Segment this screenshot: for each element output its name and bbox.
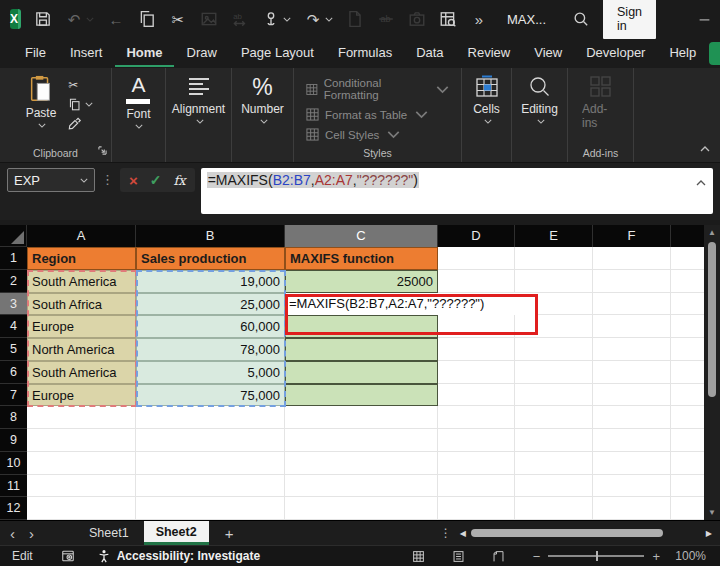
cell-G3[interactable] <box>671 293 704 316</box>
confirm-entry-button[interactable]: ✓ <box>150 173 162 187</box>
more-commands-chevron[interactable]: » <box>470 10 488 28</box>
cell-G6[interactable] <box>671 361 704 384</box>
zoom-level[interactable]: 100% <box>660 549 706 563</box>
sheet-nav-right[interactable]: › <box>29 525 34 542</box>
zoom-out-button[interactable]: − <box>533 549 541 564</box>
cell-E8[interactable] <box>515 406 593 429</box>
cell-C4[interactable] <box>285 315 438 338</box>
cell-D4[interactable] <box>438 315 515 338</box>
sheet-tab-sheet1[interactable]: Sheet1 <box>74 521 144 545</box>
cell-G11[interactable] <box>671 475 704 498</box>
cell-B5[interactable]: 78,000 <box>136 338 285 361</box>
copy-button[interactable] <box>68 98 93 111</box>
row-header-12[interactable]: 12 <box>0 497 27 520</box>
tab-developer[interactable]: Developer <box>575 40 656 67</box>
share-button[interactable]: Share <box>709 42 720 65</box>
alignment-button[interactable]: Alignment <box>164 75 233 124</box>
cell-E1[interactable] <box>515 247 593 270</box>
cell-B10[interactable] <box>136 452 285 475</box>
cell-F2[interactable] <box>593 270 671 293</box>
cell-F4[interactable] <box>593 315 671 338</box>
cell-E12[interactable] <box>515 497 593 520</box>
row-header-9[interactable]: 9 <box>0 429 27 452</box>
sign-in-button[interactable]: Sign in <box>603 0 656 39</box>
cell-B4[interactable]: 60,000 <box>136 315 285 338</box>
cell-D10[interactable] <box>438 452 515 475</box>
normal-view-button[interactable] <box>399 550 439 563</box>
cell-B7[interactable]: 75,000 <box>136 384 285 407</box>
row-header-7[interactable]: 7 <box>0 384 27 407</box>
scroll-up-arrow[interactable]: ▲ <box>704 228 720 237</box>
scroll-down-arrow[interactable]: ▼ <box>704 508 720 517</box>
cell-F7[interactable] <box>593 384 671 407</box>
sheet-nav-left[interactable]: ‹ <box>10 525 15 542</box>
cell-A2[interactable]: South America <box>27 270 136 293</box>
sheet-view-icon[interactable] <box>439 10 457 28</box>
cell-F3[interactable] <box>593 293 671 316</box>
cell-A1[interactable]: Region <box>27 247 136 270</box>
cell-E2[interactable] <box>515 270 593 293</box>
number-button[interactable]: % Number <box>233 75 292 124</box>
tab-help[interactable]: Help <box>658 40 707 67</box>
cell-A3[interactable]: South Africa <box>27 293 136 316</box>
cell-A8[interactable] <box>27 406 136 429</box>
cell-G8[interactable] <box>671 406 704 429</box>
format-painter-button[interactable] <box>68 117 82 131</box>
cell-G4[interactable] <box>671 315 704 338</box>
font-button[interactable]: A Font <box>118 75 158 129</box>
select-all-corner[interactable] <box>0 225 27 247</box>
tab-view[interactable]: View <box>523 40 573 67</box>
cell-D6[interactable] <box>438 361 515 384</box>
cell-G1[interactable] <box>671 247 704 270</box>
cell-C10[interactable] <box>285 452 438 475</box>
cell-A5[interactable]: North America <box>27 338 136 361</box>
tab-formulas[interactable]: Formulas <box>327 40 403 67</box>
cell-D9[interactable] <box>438 429 515 452</box>
cell-G12[interactable] <box>671 497 704 520</box>
cell-C5[interactable] <box>285 338 438 361</box>
cell-C1[interactable]: MAXIFS function <box>285 247 438 270</box>
hscroll-left-arrow[interactable]: ◀ <box>460 529 466 538</box>
tab-home[interactable]: Home <box>115 40 173 67</box>
cell-F12[interactable] <box>593 497 671 520</box>
macro-record-icon[interactable] <box>61 549 75 563</box>
cell-G7[interactable] <box>671 384 704 407</box>
formula-input[interactable]: =MAXIFS(B2:B7,A2:A7,"??????") <box>201 168 713 214</box>
cell-D1[interactable] <box>438 247 515 270</box>
cell-C3-editing[interactable]: =MAXIFS(B2:B7,A2:A7,"??????") <box>286 293 538 316</box>
cell-A9[interactable] <box>27 429 136 452</box>
cell-F11[interactable] <box>593 475 671 498</box>
cell-F8[interactable] <box>593 406 671 429</box>
tab-data[interactable]: Data <box>405 40 454 67</box>
cell-D11[interactable] <box>438 475 515 498</box>
cell-A4[interactable]: Europe <box>27 315 136 338</box>
column-header-F[interactable]: F <box>593 225 671 247</box>
name-box[interactable]: EXP <box>7 168 95 192</box>
cell-C9[interactable] <box>285 429 438 452</box>
column-header-partial[interactable] <box>671 225 704 247</box>
cell-C12[interactable] <box>285 497 438 520</box>
cell-F10[interactable] <box>593 452 671 475</box>
column-header-C[interactable]: C <box>285 225 438 247</box>
accessibility-status[interactable]: Accessibility: Investigate <box>97 549 260 563</box>
cell-B12[interactable] <box>136 497 285 520</box>
cell-G5[interactable] <box>671 338 704 361</box>
zoom-in-button[interactable]: + <box>652 549 660 564</box>
copy-icon[interactable] <box>138 10 156 28</box>
cell-B9[interactable] <box>136 429 285 452</box>
save-icon[interactable] <box>34 10 52 28</box>
row-header-10[interactable]: 10 <box>0 452 27 475</box>
vertical-scrollbar[interactable]: ▲ ▼ <box>704 225 720 520</box>
cell-D5[interactable] <box>438 338 515 361</box>
row-header-8[interactable]: 8 <box>0 406 27 429</box>
editing-button[interactable]: Editing <box>513 75 566 124</box>
paste-button[interactable]: Paste <box>18 75 65 131</box>
new-sheet-button[interactable]: + <box>209 521 250 545</box>
cell-F9[interactable] <box>593 429 671 452</box>
cell-B2[interactable]: 19,000 <box>136 270 285 293</box>
zoom-slider[interactable]: − + <box>533 549 660 564</box>
cell-D8[interactable] <box>438 406 515 429</box>
column-header-E[interactable]: E <box>515 225 593 247</box>
vertical-scroll-thumb[interactable] <box>708 242 716 397</box>
cell-C2[interactable]: 25000 <box>285 270 438 293</box>
